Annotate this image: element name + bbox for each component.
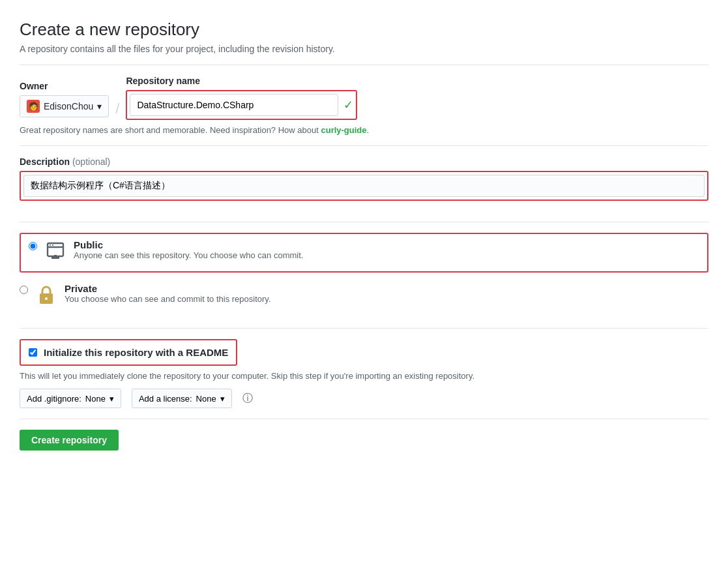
divider-description-top (20, 145, 708, 146)
info-icon[interactable]: ⓘ (242, 392, 253, 406)
initialize-section: Initialize this repository with a README… (20, 339, 708, 381)
public-label: Public (74, 239, 103, 250)
public-repo-icon (45, 241, 66, 266)
description-label: Description (20, 156, 70, 167)
repo-name-field-group: Repository name ✓ (126, 76, 357, 120)
private-option: Private You choose who can see and commi… (20, 275, 708, 318)
divider-visibility-top (20, 222, 708, 222)
public-radio[interactable] (29, 242, 37, 250)
private-radio[interactable] (20, 286, 28, 294)
public-description: Anyone can see this repository. You choo… (74, 250, 303, 260)
description-section: Description (optional) (20, 156, 708, 211)
owner-dropdown[interactable]: 🧑 EdisonChou ▾ (20, 95, 109, 117)
private-label: Private (65, 283, 97, 294)
svg-point-7 (45, 297, 48, 300)
owner-field-group: Owner 🧑 EdisonChou ▾ (20, 81, 109, 117)
page-title: Create a new repository (20, 20, 708, 40)
divider-initialize-top (20, 328, 708, 329)
readme-label: Initialize this repository with a README (44, 347, 228, 358)
repo-name-label: Repository name (126, 76, 357, 86)
description-optional: (optional) (72, 156, 110, 167)
inspiration-after: . (367, 125, 370, 135)
description-box (20, 171, 708, 201)
repo-name-box: ✓ (126, 90, 357, 120)
owner-repo-row: Owner 🧑 EdisonChou ▾ / Repository name ✓ (20, 76, 708, 120)
public-option: Public Anyone can see this repository. Y… (20, 233, 708, 273)
readme-checkbox[interactable] (29, 348, 37, 357)
divider-bottom (20, 419, 708, 419)
valid-check-icon: ✓ (343, 98, 353, 112)
desc-label-row: Description (optional) (20, 156, 708, 167)
inspiration-before: Great repository names are short and mem… (20, 125, 321, 135)
gitignore-label: Add .gitignore: (27, 394, 81, 404)
private-lock-icon (36, 284, 57, 310)
description-row (20, 171, 708, 211)
inspiration-text: Great repository names are short and mem… (20, 125, 708, 135)
svg-point-2 (50, 245, 51, 246)
public-visibility-text: Public Anyone can see this repository. Y… (74, 239, 303, 260)
gitignore-dropdown[interactable]: Add .gitignore: None ▾ (20, 389, 121, 408)
gitignore-license-row: Add .gitignore: None ▾ Add a license: No… (20, 389, 708, 408)
public-option-highlighted: Public Anyone can see this repository. Y… (20, 233, 708, 273)
owner-label: Owner (20, 81, 109, 91)
avatar-emoji: 🧑 (29, 102, 38, 111)
readme-section-box: Initialize this repository with a README (20, 339, 237, 366)
page-subtitle: A repository contains all the files for … (20, 44, 708, 54)
visibility-container: Public Anyone can see this repository. Y… (20, 233, 708, 318)
private-description: You choose who can see and commit to thi… (65, 294, 271, 304)
license-dropdown[interactable]: Add a license: None ▾ (132, 389, 232, 408)
owner-name: EdisonChou (44, 101, 93, 111)
readme-description: This will let you immediately clone the … (20, 371, 708, 381)
chevron-down-icon: ▾ (97, 101, 102, 111)
slash-separator: / (109, 98, 126, 120)
private-visibility-text: Private You choose who can see and commi… (65, 283, 271, 304)
create-repository-button[interactable]: Create repository (20, 430, 119, 451)
description-input-left[interactable] (23, 175, 705, 197)
gitignore-caret-icon: ▾ (109, 394, 114, 404)
public-option-inner: Public Anyone can see this repository. Y… (29, 239, 699, 266)
divider-top (20, 65, 708, 65)
svg-point-3 (52, 245, 53, 246)
inspiration-suggestion[interactable]: curly-guide (321, 125, 366, 135)
repo-name-input[interactable] (130, 94, 338, 116)
gitignore-value: None (85, 394, 106, 404)
svg-rect-5 (54, 255, 57, 258)
avatar: 🧑 (27, 100, 40, 113)
license-value: None (196, 394, 216, 404)
repo-name-input-wrapper: ✓ (130, 94, 353, 116)
license-caret-icon: ▾ (220, 394, 225, 404)
license-label: Add a license: (139, 394, 192, 404)
